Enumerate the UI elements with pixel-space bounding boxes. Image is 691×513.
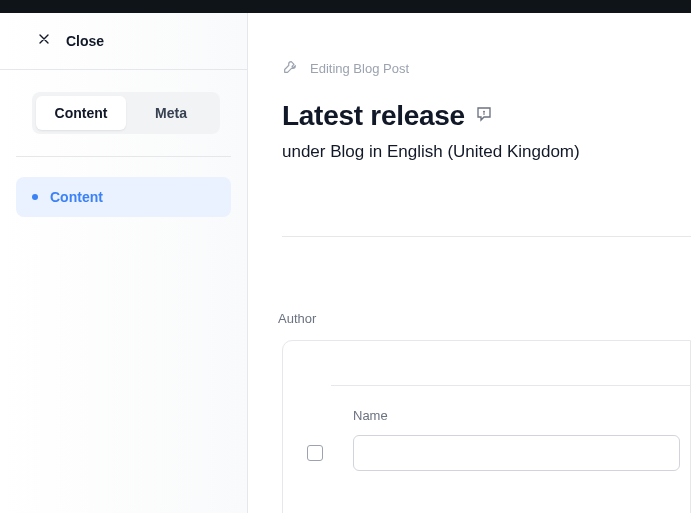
name-field-label: Name [353,408,690,423]
card-divider [331,385,690,386]
main-content: Editing Blog Post Latest release under B… [248,13,691,513]
nav-item-label: Content [50,189,103,205]
breadcrumb-text: Editing Blog Post [310,61,409,76]
section-divider [282,236,691,237]
sidebar: Close Content Meta Content [0,13,248,513]
author-card: Name [282,340,691,513]
close-icon [36,31,52,51]
comment-icon[interactable] [475,105,493,127]
page-title: Latest release [282,100,465,132]
breadcrumb: Editing Blog Post [282,59,691,78]
sidebar-tabs: Content Meta [16,70,231,157]
dot-icon [32,194,38,200]
tab-meta[interactable]: Meta [126,96,216,130]
close-label: Close [66,33,104,49]
svg-point-0 [484,111,485,112]
author-checkbox[interactable] [307,445,323,461]
close-button[interactable]: Close [0,13,247,70]
name-input[interactable] [353,435,680,471]
tools-icon [282,59,298,78]
sidebar-nav: Content [0,157,247,237]
page-subtitle: under Blog in English (United Kingdom) [282,142,691,162]
author-field-label: Author [278,311,691,326]
tab-content[interactable]: Content [36,96,126,130]
nav-item-content[interactable]: Content [16,177,231,217]
